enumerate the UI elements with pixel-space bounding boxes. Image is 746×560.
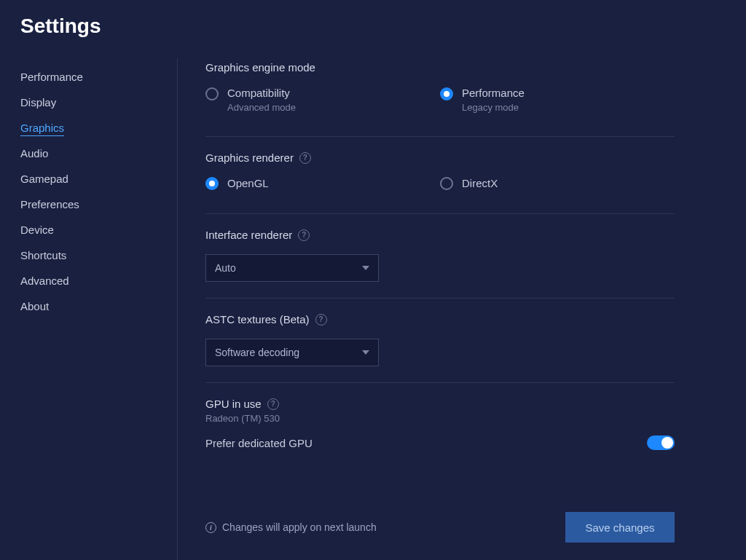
footer-note: i Changes will apply on next launch: [205, 521, 377, 533]
interface-renderer-dropdown[interactable]: Auto: [205, 254, 379, 282]
dropdown-value: Software decoding: [215, 347, 299, 358]
section-divider: [205, 298, 675, 299]
sidebar-item-display[interactable]: Display: [20, 90, 177, 115]
sidebar-item-about[interactable]: About: [20, 293, 177, 319]
radio-sublabel: Legacy mode: [462, 102, 525, 113]
help-icon[interactable]: ?: [298, 229, 310, 241]
sidebar-item-gamepad[interactable]: Gamepad: [20, 166, 177, 192]
astc-dropdown[interactable]: Software decoding: [205, 339, 379, 366]
toggle-knob: [661, 437, 673, 449]
renderer-opengl[interactable]: OpenGL: [205, 177, 440, 190]
sidebar-item-performance[interactable]: Performance: [20, 64, 177, 90]
astc-title: ASTC textures (Beta) ?: [205, 313, 675, 326]
chevron-down-icon: [362, 266, 369, 270]
gpu-title: GPU in use ?: [205, 398, 675, 410]
prefer-gpu-toggle[interactable]: [647, 435, 675, 450]
radio-icon: [205, 87, 219, 100]
page-title: Settings: [20, 15, 726, 38]
sidebar-item-advanced[interactable]: Advanced: [20, 268, 177, 293]
section-divider: [205, 382, 675, 383]
dropdown-value: Auto: [215, 262, 236, 274]
renderer-title: Graphics renderer ?: [205, 151, 675, 164]
radio-label: Performance: [462, 87, 525, 100]
sidebar-item-graphics[interactable]: Graphics: [20, 115, 177, 141]
save-changes-button[interactable]: Save changes: [565, 512, 675, 543]
radio-icon: [440, 87, 453, 100]
prefer-gpu-label: Prefer dedicated GPU: [205, 437, 313, 449]
section-divider: [205, 213, 675, 214]
radio-icon: [440, 177, 453, 190]
help-icon[interactable]: ?: [315, 314, 327, 326]
sidebar-item-shortcuts[interactable]: Shortcuts: [20, 242, 177, 268]
renderer-directx[interactable]: DirectX: [440, 177, 675, 190]
main-panel: Graphics engine mode Compatibility Advan…: [178, 58, 726, 560]
gpu-name: Radeon (TM) 530: [205, 413, 675, 424]
section-divider: [205, 136, 675, 137]
sidebar: Performance Display Graphics Audio Gamep…: [20, 58, 177, 560]
help-icon[interactable]: ?: [299, 152, 311, 164]
radio-label: Compatibility: [227, 87, 296, 100]
radio-label: OpenGL: [227, 177, 269, 190]
chevron-down-icon: [362, 350, 369, 355]
sidebar-item-preferences[interactable]: Preferences: [20, 192, 177, 217]
radio-sublabel: Advanced mode: [227, 102, 296, 113]
sidebar-item-device[interactable]: Device: [20, 217, 177, 242]
sidebar-item-audio[interactable]: Audio: [20, 141, 177, 166]
engine-mode-performance[interactable]: Performance Legacy mode: [440, 87, 675, 113]
engine-mode-compatibility[interactable]: Compatibility Advanced mode: [205, 87, 440, 113]
engine-mode-title: Graphics engine mode: [205, 61, 675, 74]
radio-label: DirectX: [462, 177, 498, 190]
radio-icon: [205, 177, 219, 190]
info-icon: i: [205, 522, 216, 533]
help-icon[interactable]: ?: [267, 398, 279, 410]
interface-renderer-title: Interface renderer ?: [205, 229, 675, 241]
